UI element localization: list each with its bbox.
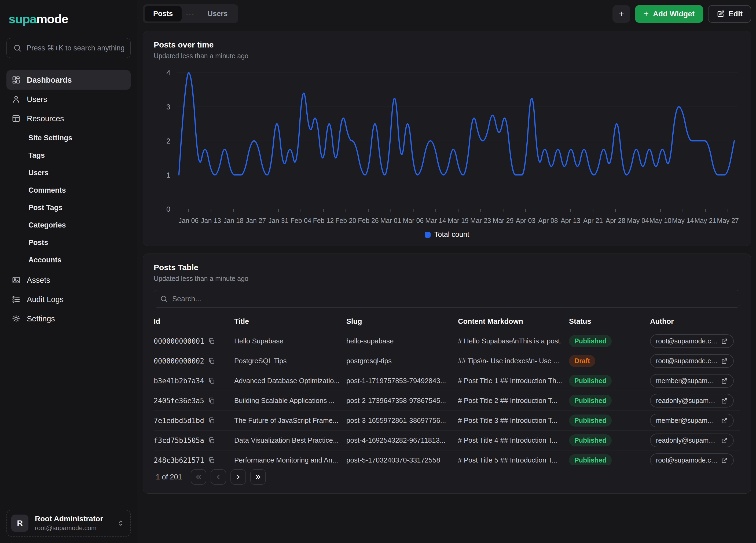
table-row[interactable]: f3cd75b1505aData Visualization Best Prac… (154, 431, 740, 450)
post-content: # Post Title 2 ## Introduction T... (458, 397, 569, 405)
table-row[interactable]: b3e41b2b7a34Advanced Database Optimizati… (154, 371, 740, 391)
global-search-input[interactable] (27, 44, 124, 52)
table-search[interactable] (154, 290, 740, 308)
table-header: Id Title Slug Content Markdown Status Au… (154, 310, 740, 331)
dashboard-tabs: Posts ··· Users (143, 4, 238, 23)
post-id: 248c3b621571 (154, 456, 234, 464)
sidebar-item-posts[interactable]: Posts (6, 234, 131, 251)
svg-text:May 27: May 27 (717, 217, 739, 224)
new-tab-button[interactable]: + (612, 5, 630, 23)
sidebar-item-label: Assets (27, 276, 50, 285)
table-search-input[interactable] (172, 295, 734, 303)
table-row[interactable]: 000000000002PostgreSQL Tipspostgresql-ti… (154, 351, 740, 371)
author-link[interactable]: root@supamode.com (650, 354, 734, 368)
column-header-slug[interactable]: Slug (346, 317, 458, 326)
author-link[interactable]: member@supamode.com (650, 374, 734, 388)
sidebar: supamode Dashboards Users Resources Site… (0, 0, 137, 543)
post-title: Performance Monitoring and An... (234, 456, 346, 464)
table-icon (12, 114, 20, 123)
status-badge: Published (569, 434, 612, 446)
chart-title: Posts over time (154, 40, 740, 49)
copy-icon[interactable] (208, 417, 215, 424)
author-link[interactable]: root@supamode.com (650, 453, 734, 465)
user-icon (12, 95, 20, 104)
external-link-icon (721, 338, 728, 345)
sidebar-item-users[interactable]: Users (6, 164, 131, 182)
sidebar-item-post-tags[interactable]: Post Tags (6, 199, 131, 217)
sidebar-item-users[interactable]: Users (6, 90, 131, 109)
post-author: root@supamode.com (650, 334, 740, 348)
author-link[interactable]: readonly@supamode.com (650, 394, 734, 408)
first-page-button[interactable] (191, 469, 206, 485)
posts-table-card: Posts Table Updated less than a minute a… (143, 254, 751, 494)
svg-text:Jan 13: Jan 13 (201, 217, 221, 224)
table-body: 000000000001Hello Supabasehello-supabase… (154, 331, 740, 465)
author-link[interactable]: readonly@supamode.com (650, 434, 734, 447)
column-header-status[interactable]: Status (569, 317, 650, 326)
sidebar-item-tags[interactable]: Tags (6, 147, 131, 164)
avatar: R (11, 515, 28, 532)
copy-icon[interactable] (208, 357, 215, 365)
sidebar-nav: Dashboards Users Resources Site Settings… (6, 70, 131, 328)
svg-text:0: 0 (166, 205, 170, 213)
table-rows: 000000000001Hello Supabasehello-supabase… (154, 331, 740, 465)
table-title: Posts Table (154, 263, 740, 272)
copy-icon[interactable] (208, 377, 215, 384)
post-content: # Hello Supabase\nThis is a post. (458, 337, 569, 345)
column-header-author[interactable]: Author (650, 317, 740, 326)
post-id: b3e41b2b7a34 (154, 377, 234, 385)
column-header-title[interactable]: Title (234, 317, 346, 326)
next-page-button[interactable] (230, 469, 246, 485)
author-link[interactable]: root@supamode.com (650, 334, 734, 348)
external-link-icon (721, 437, 728, 444)
svg-text:Mar 14: Mar 14 (425, 217, 446, 224)
post-slug: postgresql-tips (346, 357, 458, 365)
sidebar-item-resources[interactable]: Resources (6, 109, 131, 128)
posts-over-time-card: Posts over time Updated less than a minu… (143, 31, 751, 246)
copy-icon[interactable] (208, 437, 215, 444)
post-status: Published (569, 335, 650, 347)
user-profile-menu[interactable]: R Root Administrator root@supamode.com (6, 510, 131, 537)
add-widget-button[interactable]: + Add Widget (635, 5, 703, 23)
post-slug: post-2-1739647358-97867545... (346, 397, 458, 405)
prev-page-button[interactable] (211, 469, 226, 485)
column-header-content[interactable]: Content Markdown (458, 317, 569, 326)
table-row[interactable]: 7e1edbd5d1bdThe Future of JavaScript Fra… (154, 411, 740, 431)
tab-more-menu[interactable]: ··· (182, 10, 199, 18)
external-link-icon (721, 377, 728, 384)
global-search[interactable] (6, 38, 131, 58)
sidebar-item-accounts[interactable]: Accounts (6, 251, 131, 269)
svg-text:Feb 26: Feb 26 (358, 217, 379, 224)
page-indicator: 1 of 201 (156, 473, 182, 481)
external-link-icon (721, 358, 728, 365)
sidebar-item-categories[interactable]: Categories (6, 217, 131, 234)
tab-users[interactable]: Users (199, 6, 236, 21)
column-header-id[interactable]: Id (154, 317, 234, 326)
status-badge: Published (569, 375, 612, 387)
copy-icon[interactable] (208, 457, 215, 464)
table-row[interactable]: 2405fe36e3a5Building Scalable Applicatio… (154, 391, 740, 411)
sidebar-item-dashboards[interactable]: Dashboards (6, 70, 131, 90)
copy-icon[interactable] (208, 337, 215, 345)
table-row[interactable]: 248c3b621571Performance Monitoring and A… (154, 450, 740, 465)
sidebar-item-audit-logs[interactable]: Audit Logs (6, 290, 131, 309)
legend-swatch (425, 232, 431, 238)
sidebar-item-assets[interactable]: Assets (6, 270, 131, 290)
tab-posts[interactable]: Posts (145, 6, 182, 21)
last-page-button[interactable] (250, 469, 266, 485)
status-badge: Published (569, 454, 612, 465)
copy-icon[interactable] (208, 397, 215, 404)
author-link[interactable]: member@supamode.com (650, 414, 734, 427)
svg-text:Feb 04: Feb 04 (291, 217, 311, 224)
table-row[interactable]: 000000000001Hello Supabasehello-supabase… (154, 331, 740, 351)
app-logo[interactable]: supamode (9, 12, 131, 26)
post-id: 000000000001 (154, 337, 234, 345)
sidebar-item-site-settings[interactable]: Site Settings (6, 129, 131, 147)
post-author: root@supamode.com (650, 453, 740, 465)
sidebar-item-comments[interactable]: Comments (6, 182, 131, 199)
gear-icon (12, 314, 20, 323)
svg-text:Apr 13: Apr 13 (561, 217, 581, 224)
sidebar-item-settings[interactable]: Settings (6, 309, 131, 328)
edit-button[interactable]: Edit (708, 5, 751, 23)
post-content: # Post Title 1 ## Introduction Th... (458, 377, 569, 385)
